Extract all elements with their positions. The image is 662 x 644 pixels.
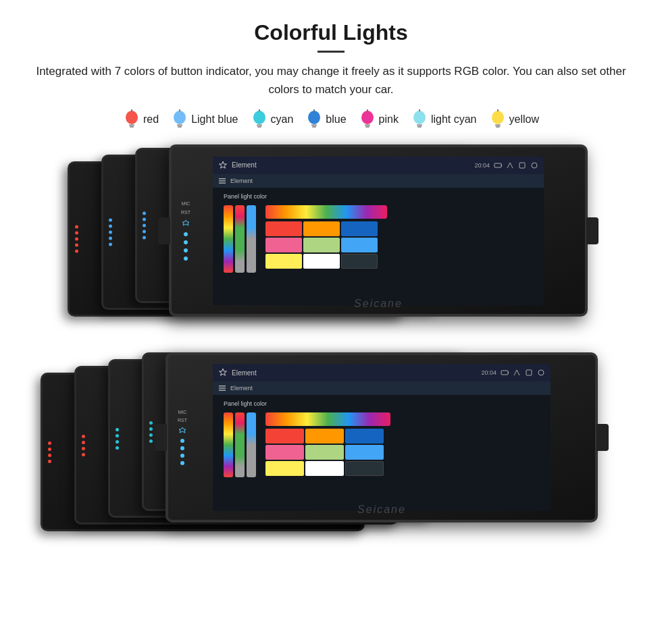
lightcyan-bulb-icon <box>411 109 428 130</box>
cyan-bulb-icon <box>251 109 268 130</box>
panel-light-label-bottom: Panel light color <box>224 400 540 407</box>
grid-orange <box>303 221 340 236</box>
bottom-device-section: MIC RST Element 20:04 <box>27 352 635 552</box>
top-device-screen: Element 20:04 Element <box>213 157 544 305</box>
led-blue-5 <box>109 243 112 246</box>
svg-point-24 <box>492 111 504 124</box>
screen-title-bottom: Element <box>232 369 257 377</box>
color-lights-row: red Light blue cyan <box>27 109 635 130</box>
title-section: Colorful Lights <box>27 20 635 53</box>
blue-bulb-icon <box>305 109 323 130</box>
svg-point-38 <box>538 370 544 375</box>
svg-rect-21 <box>417 124 422 126</box>
lightblue-bulb-icon <box>171 109 188 130</box>
color-label-lightcyan: light cyan <box>431 113 477 126</box>
gradient-bar-2 <box>235 205 245 273</box>
grid-white <box>303 254 340 269</box>
grid-lightgreen <box>303 238 340 252</box>
description-text: Integrated with 7 colors of button indic… <box>27 62 635 99</box>
led-cyan-main-3 <box>184 248 188 252</box>
main-device-bottom: MIC RST Element 20:04 <box>166 352 598 522</box>
led-blue-3 <box>109 231 112 234</box>
svg-rect-26 <box>496 126 500 128</box>
svg-point-0 <box>126 111 138 124</box>
bottom-device-group: MIC RST Element 20:04 <box>34 352 628 552</box>
grid-yellow <box>265 254 302 269</box>
bottom-device-screen: Element 20:04 Element <box>213 364 551 511</box>
svg-rect-28 <box>494 163 501 167</box>
screen-title-top: Element <box>232 161 257 169</box>
svg-rect-37 <box>526 370 532 375</box>
led-red-4 <box>75 244 78 247</box>
color-label-yellow: yellow <box>509 113 539 126</box>
svg-rect-32 <box>219 178 226 180</box>
color-label-cyan: cyan <box>271 113 294 126</box>
svg-rect-25 <box>495 124 501 126</box>
svg-rect-18 <box>365 126 370 128</box>
panel-light-label-top: Panel light color <box>224 193 533 200</box>
svg-point-12 <box>308 111 320 124</box>
svg-rect-13 <box>311 124 317 126</box>
grid-red <box>265 221 302 236</box>
screen-time-top: 20:04 <box>474 162 490 169</box>
grid-pink <box>265 238 302 252</box>
bottom-left-bracket <box>155 424 167 451</box>
svg-rect-35 <box>501 371 508 375</box>
svg-point-20 <box>413 111 426 124</box>
svg-rect-36 <box>508 372 509 374</box>
svg-rect-1 <box>129 124 134 126</box>
grid-darkblue <box>341 221 378 236</box>
gradient-bar-1 <box>224 205 233 273</box>
color-label-blue: blue <box>326 113 346 126</box>
svg-rect-10 <box>257 126 261 128</box>
led-blue2-4 <box>143 230 146 234</box>
color-item-cyan: cyan <box>251 109 294 130</box>
main-device-top: MIC RST Element <box>169 144 588 317</box>
title-divider <box>317 51 345 53</box>
color-label-red: red <box>143 113 159 126</box>
color-item-lightblue: Light blue <box>171 109 238 130</box>
color-label-pink: pink <box>379 113 399 126</box>
svg-rect-40 <box>219 388 226 390</box>
color-item-red: red <box>123 109 159 130</box>
led-cyan-main-2 <box>184 240 188 244</box>
rainbow-strip <box>265 205 387 219</box>
svg-rect-2 <box>130 126 134 128</box>
svg-rect-33 <box>219 180 226 182</box>
yellow-bulb-icon <box>489 109 507 130</box>
top-device-section: MIC RST Element <box>27 144 635 340</box>
svg-point-4 <box>174 111 186 124</box>
page-title: Colorful Lights <box>27 20 635 45</box>
page-container: Colorful Lights Integrated with 7 colors… <box>0 0 662 572</box>
top-device-group: MIC RST Element <box>34 144 628 340</box>
led-red-2 <box>75 232 78 235</box>
screen-content-bottom: Panel light color <box>213 395 551 511</box>
gradient-bar-3 <box>247 205 256 273</box>
led-blue-4 <box>109 237 112 240</box>
led-blue2-3 <box>143 224 146 227</box>
color-label-lightblue: Light blue <box>191 113 238 126</box>
screen-subtitle-top: Element <box>230 178 253 184</box>
svg-rect-5 <box>177 124 182 126</box>
left-bracket <box>158 217 170 244</box>
svg-rect-39 <box>219 385 226 387</box>
pink-bulb-icon <box>359 109 376 130</box>
color-item-yellow: yellow <box>489 109 539 130</box>
color-item-pink: pink <box>359 109 399 130</box>
led-cyan-main <box>184 232 188 236</box>
color-item-lightcyan: light cyan <box>411 109 477 130</box>
bottom-right-bracket <box>596 424 609 451</box>
grid-dark <box>341 254 378 269</box>
screen-subtitle-bottom: Element <box>230 385 253 392</box>
led-cyan-main-4 <box>184 257 188 261</box>
grid-blue <box>341 238 378 252</box>
right-bracket <box>586 217 599 244</box>
color-grid-top <box>265 221 387 269</box>
svg-point-31 <box>532 163 537 168</box>
color-grid-bottom <box>265 429 390 476</box>
led-red-3 <box>75 238 78 241</box>
led-blue2-2 <box>143 218 146 221</box>
svg-rect-30 <box>519 163 525 168</box>
svg-point-8 <box>253 111 265 124</box>
color-item-blue: blue <box>305 109 346 130</box>
